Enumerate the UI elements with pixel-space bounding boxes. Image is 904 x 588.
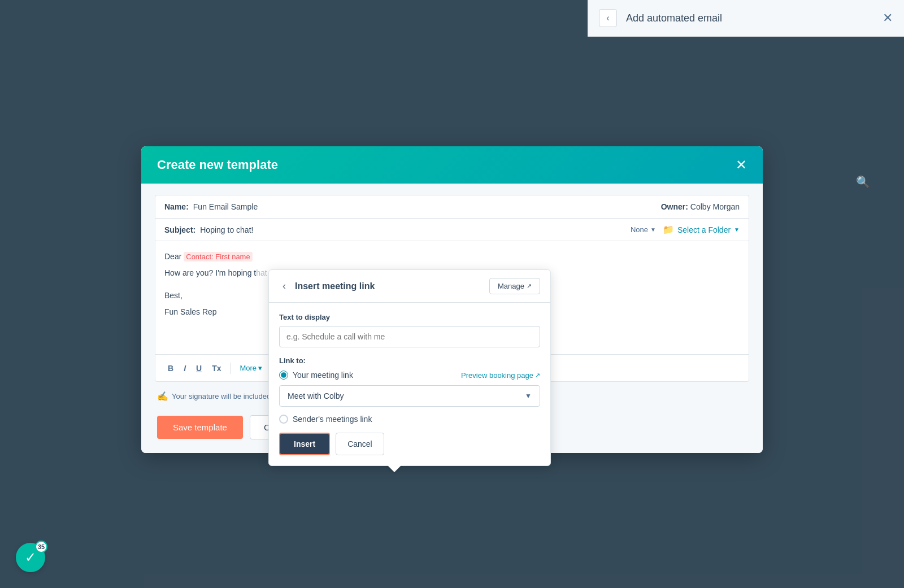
your-meeting-label: Your meeting link bbox=[293, 371, 353, 380]
first-name-token: Contact: First name bbox=[184, 252, 252, 262]
email-content-area[interactable]: Dear Contact: First name How are you? I'… bbox=[155, 241, 749, 354]
select-folder-dropdown[interactable]: 📁 Select a Folder ▼ bbox=[663, 224, 740, 235]
folder-icon: 📁 bbox=[663, 224, 674, 235]
modal-title: Create new template bbox=[157, 158, 278, 172]
signature-icon: ✍ bbox=[157, 391, 168, 402]
create-template-modal: Create new template ✕ Name: Fun Email Sa… bbox=[141, 146, 763, 453]
badge-count: 35 bbox=[35, 541, 47, 553]
sender-radio[interactable] bbox=[279, 415, 288, 424]
meeting-select-dropdown[interactable]: Meet with Colby ▼ bbox=[279, 385, 540, 407]
check-icon: ✓ bbox=[25, 550, 36, 565]
modal-body: Name: Fun Email Sample Owner: Colby Morg… bbox=[141, 184, 763, 453]
folder-controls: None ▼ 📁 Select a Folder ▼ bbox=[631, 224, 740, 235]
name-value: Fun Email Sample bbox=[193, 202, 258, 211]
senders-meeting-row: Sender's meetings link bbox=[279, 415, 540, 424]
link-to-label: Link to: bbox=[279, 356, 540, 365]
underline-button[interactable]: U bbox=[193, 361, 205, 375]
popup-header: ‹ Insert meeting link Manage ↗ bbox=[269, 270, 550, 303]
popup-cancel-button[interactable]: Cancel bbox=[336, 433, 384, 455]
text-to-display-input[interactable] bbox=[279, 326, 540, 347]
folder-label: Select a Folder bbox=[677, 225, 731, 234]
subject-value: Hoping to chat! bbox=[200, 225, 253, 234]
sender-meeting-label: Sender's meetings link bbox=[293, 415, 372, 424]
popup-arrow bbox=[388, 465, 401, 472]
bold-button[interactable]: B bbox=[164, 361, 177, 375]
strikethrough-button[interactable]: Tx bbox=[208, 361, 224, 375]
folder-arrow: ▼ bbox=[734, 227, 740, 233]
owner-label: Owner: bbox=[661, 202, 688, 211]
popup-title: Insert meeting link bbox=[295, 281, 484, 291]
name-label: Name: bbox=[164, 202, 189, 211]
email-salutation-line: Dear Contact: First name bbox=[164, 250, 740, 263]
toolbar-separator-1 bbox=[230, 363, 231, 374]
your-meeting-link-row: Your meeting link Preview booking page ↗ bbox=[279, 371, 540, 380]
completion-badge[interactable]: ✓ 35 bbox=[16, 543, 45, 572]
modal-backdrop: Create new template ✕ Name: Fun Email Sa… bbox=[0, 0, 904, 588]
none-dropdown[interactable]: None ▼ bbox=[631, 225, 656, 234]
popup-body: Text to display Link to: Your meeting li… bbox=[269, 303, 550, 465]
meeting-dropdown-arrow: ▼ bbox=[525, 392, 532, 400]
italic-button[interactable]: I bbox=[180, 361, 189, 375]
insert-meeting-popup: ‹ Insert meeting link Manage ↗ Text to d… bbox=[268, 269, 551, 466]
owner-value: Colby Morgan bbox=[690, 202, 740, 211]
popup-back-button[interactable]: ‹ bbox=[279, 279, 289, 293]
meeting-selected-value: Meet with Colby bbox=[288, 391, 344, 400]
more-button[interactable]: More ▾ bbox=[236, 361, 266, 374]
manage-button[interactable]: Manage ↗ bbox=[489, 278, 540, 294]
your-meeting-radio[interactable] bbox=[279, 371, 288, 380]
preview-booking-link[interactable]: Preview booking page ↗ bbox=[461, 371, 540, 380]
subject-bar: Subject: Hoping to chat! None ▼ 📁 Select… bbox=[155, 219, 749, 241]
name-bar: Name: Fun Email Sample Owner: Colby Morg… bbox=[155, 195, 749, 219]
modal-header: Create new template ✕ bbox=[141, 146, 763, 184]
save-template-button[interactable]: Save template bbox=[157, 416, 243, 439]
email-editor: Name: Fun Email Sample Owner: Colby Morg… bbox=[155, 195, 749, 382]
modal-close-button[interactable]: ✕ bbox=[736, 158, 747, 172]
owner-section: Owner: Colby Morgan bbox=[661, 202, 740, 211]
subject-label: Subject: bbox=[164, 225, 195, 234]
text-to-display-label: Text to display bbox=[279, 313, 540, 321]
popup-actions: Insert Cancel bbox=[279, 433, 540, 455]
search-icon[interactable]: 🔍 bbox=[856, 175, 870, 189]
insert-button[interactable]: Insert bbox=[279, 433, 330, 455]
